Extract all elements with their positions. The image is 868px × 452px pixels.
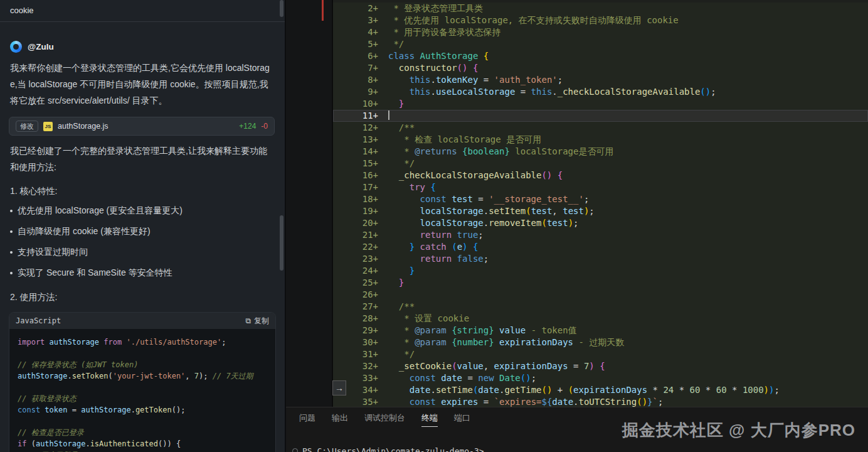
arrow-right-icon: →	[335, 383, 344, 393]
diff-nav-arrow-button[interactable]: →	[332, 380, 346, 396]
line-number: 22+	[333, 241, 388, 253]
tab-debug-console[interactable]: 调试控制台	[364, 412, 405, 427]
tab-ports[interactable]: 端口	[454, 412, 470, 427]
copy-button[interactable]: ⧉ 复制	[245, 316, 269, 326]
line-number: 25+	[333, 277, 388, 289]
line-code: * 登录状态管理工具类	[388, 3, 868, 14]
editor-line-16[interactable]: 16+ _checkLocalStorageAvailable() {	[333, 170, 868, 181]
user-message-tail: cookie	[0, 0, 285, 21]
feature-text: 支持设置过期时间	[18, 247, 88, 257]
chat-code-line	[18, 416, 267, 427]
editor-line-2[interactable]: 2+ * 登录状态管理工具类	[333, 3, 868, 14]
editor-line-13[interactable]: 13+ * 检查 localStorage 是否可用	[333, 134, 868, 146]
editor-line-5[interactable]: 5+ */	[333, 38, 868, 50]
line-number: 3+	[333, 14, 388, 26]
editor-line-25[interactable]: 25+ }	[333, 277, 868, 289]
line-code: this.tokenKey = 'auth_token';	[388, 74, 868, 86]
editor-line-33[interactable]: 33+ const date = new Date();	[333, 372, 868, 384]
line-number: 29+	[333, 325, 388, 336]
copy-icon: ⧉	[245, 316, 251, 325]
line-number: 6+	[333, 50, 388, 62]
editor-line-35[interactable]: 35+ const expires = `expires=${date.toUT…	[333, 396, 868, 407]
chat-code-line: const token = authStorage.getToken();	[18, 404, 267, 416]
line-code: */	[388, 38, 868, 50]
line-number: 11+	[333, 110, 388, 122]
editor-line-9[interactable]: 9+ this.useLocalStorage = this._checkLoc…	[333, 86, 868, 98]
chat-code-line: // 检查是否已登录	[18, 427, 267, 438]
line-code: * 用于跨设备登录状态保持	[388, 26, 868, 38]
chat-scrollbar-thumb[interactable]	[280, 215, 283, 271]
editor-line-3[interactable]: 3+ * 优先使用 localStorage, 在不支持或失败时自动降级使用 c…	[333, 14, 868, 26]
code-block: JavaScript ⧉ 复制 import authStorage from …	[9, 312, 276, 452]
chat-code-line: if (authStorage.isAuthenticated()) {	[18, 438, 267, 449]
line-code: date.setTime(date.getTime() + (expiratio…	[388, 384, 868, 396]
diff-original-pane	[286, 0, 332, 407]
line-code: * 检查 localStorage 是否可用	[388, 134, 868, 146]
line-number: 12+	[333, 122, 388, 134]
assistant-paragraph-2: 我已经创建了一个完整的登录状态管理工具类,让我来解释主要功能和使用方法:	[10, 143, 275, 175]
chat-code-line	[18, 382, 267, 393]
file-change-card[interactable]: 修改 JS authStorage.js +124 -0	[9, 117, 275, 136]
line-code: }	[388, 277, 868, 289]
line-code: const date = new Date();	[388, 372, 868, 384]
zulu-avatar-icon	[10, 41, 22, 53]
app-window: cookie @Zulu 我来帮你创建一个登录状态管理的工具类,它会优先使用 l…	[0, 0, 868, 452]
diff-editor: 2+ * 登录状态管理工具类3+ * 优先使用 localStorage, 在不…	[286, 0, 868, 407]
editor-line-28[interactable]: 28+ * 设置 cookie	[333, 313, 868, 325]
code-language-label: JavaScript	[16, 316, 61, 325]
line-code: * @returns {boolean} localStorage是否可用	[388, 146, 868, 158]
terminal-prompt-line[interactable]: PS C:\Users\Admin\comate-zulu-demo-3>	[292, 446, 484, 452]
editor-line-24[interactable]: 24+ }	[333, 265, 868, 277]
editor-line-21[interactable]: 21+ return true;	[333, 229, 868, 241]
line-code: /**	[388, 122, 868, 134]
deletions-count: -0	[261, 122, 268, 131]
line-number: 4+	[333, 26, 388, 38]
editor-line-30[interactable]: 30+ * @param {number} expirationDays - 过…	[333, 336, 868, 348]
feature-text: 实现了 Secure 和 SameSite 等安全特性	[18, 267, 172, 277]
line-number: 28+	[333, 313, 388, 325]
editor-line-20[interactable]: 20+ localStorage.removeItem(test);	[333, 217, 868, 229]
text-cursor	[388, 110, 389, 120]
file-action-badge: 修改	[16, 121, 38, 132]
editor-line-27[interactable]: 27+ /**	[333, 301, 868, 313]
line-number: 30+	[333, 336, 388, 348]
additions-count: +124	[239, 122, 256, 131]
bullet-icon	[10, 272, 13, 274]
tab-problems[interactable]: 问题	[299, 412, 315, 427]
editor-line-18[interactable]: 18+ const test = '__storage_test__';	[333, 193, 868, 205]
chat-code-line: // 保存登录状态 (如JWT token)	[18, 359, 267, 370]
line-code: this.useLocalStorage = this._checkLocalS…	[388, 86, 868, 98]
line-number: 24+	[333, 265, 388, 277]
editor-line-10[interactable]: 10+ }	[333, 98, 868, 110]
editor-line-15[interactable]: 15+ */	[333, 158, 868, 170]
editor-line-23[interactable]: 23+ return false;	[333, 253, 868, 265]
editor-line-26[interactable]: 26+	[333, 289, 868, 301]
editor-line-8[interactable]: 8+ this.tokenKey = 'auth_token';	[333, 74, 868, 86]
tab-output[interactable]: 输出	[332, 412, 348, 427]
editor-line-22[interactable]: 22+ } catch (e) {	[333, 241, 868, 253]
chat-scrollbar-thumb-top[interactable]	[280, 0, 283, 17]
line-code: class AuthStorage {	[388, 50, 868, 62]
list-item: 实现了 Secure 和 SameSite 等安全特性	[0, 264, 285, 281]
tab-terminal[interactable]: 终端	[421, 412, 438, 427]
editor-line-14[interactable]: 14+ * @returns {boolean} localStorage是否可…	[333, 146, 868, 158]
line-code: return true;	[388, 229, 868, 241]
editor-line-12[interactable]: 12+ /**	[333, 122, 868, 134]
editor-line-17[interactable]: 17+ try {	[333, 181, 868, 193]
editor-line-19[interactable]: 19+ localStorage.setItem(test, test);	[333, 205, 868, 217]
editor-line-7[interactable]: 7+ constructor() {	[333, 62, 868, 74]
editor-line-4[interactable]: 4+ * 用于跨设备登录状态保持	[333, 26, 868, 38]
diff-modified-pane[interactable]: 2+ * 登录状态管理工具类3+ * 优先使用 localStorage, 在不…	[332, 0, 868, 407]
line-number: 5+	[333, 38, 388, 50]
line-number: 13+	[333, 134, 388, 146]
line-code: try {	[388, 181, 868, 193]
editor-line-11[interactable]: 11+	[333, 110, 868, 122]
editor-line-6[interactable]: 6+class AuthStorage {	[333, 50, 868, 62]
editor-line-29[interactable]: 29+ * @param {string} value - token值	[333, 325, 868, 336]
line-code: constructor() {	[388, 62, 868, 74]
editor-column: 2+ * 登录状态管理工具类3+ * 优先使用 localStorage, 在不…	[286, 0, 868, 452]
line-number: 27+	[333, 301, 388, 313]
editor-line-34[interactable]: 34+ date.setTime(date.getTime() + (expir…	[333, 384, 868, 396]
editor-line-31[interactable]: 31+ */	[333, 348, 868, 360]
editor-line-32[interactable]: 32+ _setCookie(value, expirationDays = 7…	[333, 360, 868, 372]
